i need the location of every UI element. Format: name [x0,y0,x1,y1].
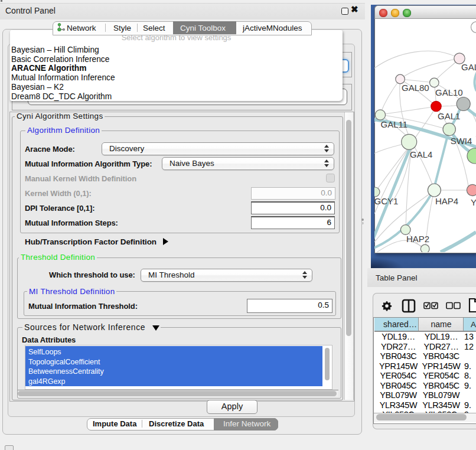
svg-text:HAP2: HAP2 [406,234,429,244]
svg-text:HAP4: HAP4 [435,196,458,206]
svg-text:GAL1: GAL1 [438,111,460,121]
svg-text:GAL11: GAL11 [381,119,408,129]
svg-text:SWI4: SWI4 [451,136,472,146]
svg-text:Y: Y [471,197,476,207]
svg-text:GCY1: GCY1 [374,196,398,206]
svg-text:GAL80: GAL80 [402,83,429,93]
svg-text:GAL4: GAL4 [410,149,432,159]
svg-text:GAL10: GAL10 [435,87,463,97]
svg-text:GAL7: GAL7 [461,62,476,72]
